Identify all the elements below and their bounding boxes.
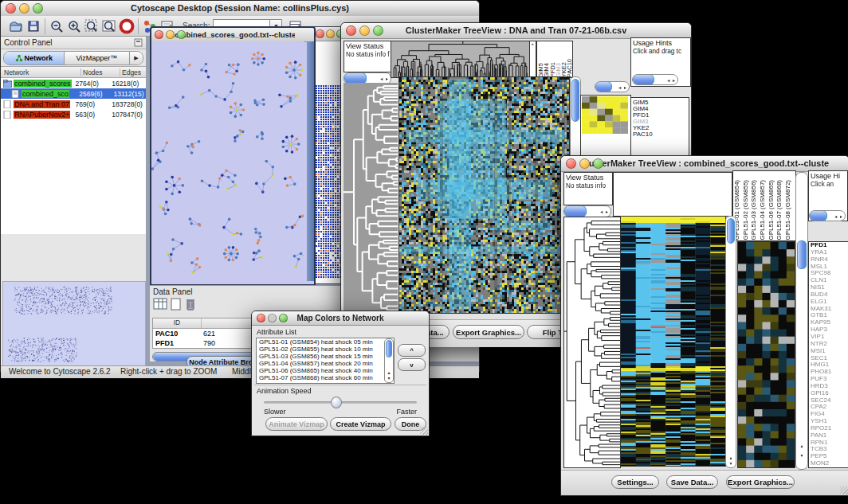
network-canvas[interactable] — [151, 41, 304, 281]
scroll-thumb[interactable] — [595, 81, 612, 92]
network-table-header[interactable]: Network Nodes Edges — [1, 66, 146, 78]
float-panel-icon[interactable] — [134, 36, 143, 50]
main-titlebar[interactable]: Cytoscape Desktop (Session Name: collins… — [1, 1, 479, 17]
save-data-button[interactable]: Save Data... — [666, 475, 718, 489]
close-icon[interactable] — [346, 25, 356, 36]
delete-attribute-icon[interactable] — [185, 298, 196, 314]
attribute-item[interactable]: GPL51-04 (GSM857) heat shock 20 min — [257, 360, 394, 367]
minimize-icon[interactable] — [326, 29, 335, 38]
speed-slider-thumb[interactable] — [331, 397, 342, 408]
scroll-thumb[interactable] — [727, 218, 735, 244]
zoom-selected-region-icon[interactable] — [83, 18, 100, 35]
zoom-window-icon[interactable] — [279, 314, 288, 322]
minimize-icon[interactable] — [19, 3, 29, 14]
zoom-fit-icon[interactable] — [100, 18, 118, 35]
scroll-arrows-icon[interactable] — [618, 84, 629, 90]
column-dendrogram-canvas[interactable] — [391, 41, 530, 78]
status-hscrollbar[interactable] — [563, 205, 611, 217]
create-vizmap-button[interactable]: Create Vizmap — [330, 417, 391, 431]
scroll-arrows-icon[interactable] — [380, 76, 391, 81]
close-icon[interactable] — [155, 30, 163, 39]
treeview1-titlebar[interactable]: ClusterMaker TreeView : DNA and Tran 07-… — [341, 23, 691, 39]
export-graphics-button[interactable]: Export Graphics... — [726, 475, 795, 489]
close-icon[interactable] — [6, 3, 16, 14]
splitter[interactable]: ▸ — [529, 41, 536, 78]
resize-grip[interactable] — [420, 427, 428, 435]
tab-network[interactable]: Network — [4, 52, 65, 64]
zoom-window-icon[interactable] — [177, 30, 186, 39]
col-edges[interactable]: Edges — [120, 68, 141, 76]
dense-network-canvas[interactable] — [316, 84, 340, 279]
scroll-arrows-icon[interactable] — [834, 213, 845, 219]
heatmap-canvas[interactable] — [620, 216, 726, 467]
tab-overflow-icon[interactable]: ▶ — [129, 52, 143, 64]
treeview2-titlebar[interactable]: ClusterMaker TreeView : combined_scores_… — [561, 156, 848, 172]
zoom-window-icon[interactable] — [33, 3, 43, 14]
scroll-down-icon[interactable] — [796, 453, 807, 459]
zoom-heatmap-canvas[interactable] — [737, 241, 795, 468]
col-nodes[interactable]: Nodes — [81, 68, 120, 76]
network-row[interactable]: DNA and Tran 07 769(0) 183728(0) — [1, 99, 146, 109]
scroll-up-icon[interactable] — [796, 443, 807, 449]
resize-grip[interactable] — [840, 486, 848, 494]
scroll-thumb[interactable] — [386, 340, 392, 357]
tab-vizmapper[interactable]: VizMapper™ — [65, 52, 129, 64]
zoom-in-icon[interactable] — [65, 18, 83, 35]
attribute-listbox[interactable]: GPL51-01 (GSM854) heat shock 05 minGPL51… — [256, 338, 395, 384]
move-up-button[interactable]: ^ — [398, 344, 426, 357]
network-vscrollbar[interactable] — [307, 41, 314, 281]
scroll-thumb[interactable] — [571, 79, 579, 122]
scroll-up-icon[interactable] — [726, 455, 736, 461]
close-icon[interactable] — [316, 29, 324, 38]
scroll-arrows-icon[interactable] — [667, 77, 677, 83]
gene-label[interactable]: MON2 — [809, 460, 848, 467]
heatmap-canvas[interactable] — [398, 76, 570, 314]
zoom-window-icon[interactable] — [373, 25, 383, 36]
select-attributes-icon[interactable] — [153, 298, 167, 314]
col-network[interactable]: Network — [1, 68, 81, 76]
list-vscrollbar[interactable] — [384, 338, 394, 383]
scroll-down-icon[interactable] — [385, 376, 393, 381]
gene-label[interactable]: PAC10 — [631, 131, 689, 138]
scroll-up-icon[interactable] — [385, 370, 393, 376]
minimize-icon[interactable] — [166, 30, 175, 39]
save-icon[interactable] — [25, 18, 42, 35]
help-ring-icon[interactable] — [118, 18, 135, 35]
attribute-item[interactable]: GPL51-01 (GSM854) heat shock 05 min — [257, 338, 394, 346]
network-overview-canvas[interactable] — [2, 281, 146, 367]
settings-button[interactable]: Settings... — [611, 475, 659, 489]
zoomview-hscrollbar[interactable] — [595, 81, 630, 92]
labels-vscrollbar[interactable] — [795, 172, 808, 470]
new-attribute-icon[interactable] — [171, 298, 182, 314]
minimize-icon[interactable] — [579, 158, 590, 169]
close-icon[interactable] — [566, 158, 576, 169]
usage-hscrollbar[interactable] — [632, 74, 678, 85]
scroll-arrows-icon[interactable] — [600, 209, 610, 214]
network-row-selected[interactable]: combined_sco 2569(6) 13112(15) — [1, 88, 146, 99]
scroll-thumb[interactable] — [797, 240, 807, 269]
scroll-down-icon[interactable] — [726, 461, 736, 467]
usage-hscrollbar[interactable] — [809, 210, 846, 221]
zoom-window-icon[interactable] — [593, 158, 603, 169]
open-folder-icon[interactable] — [7, 18, 25, 35]
attribute-item[interactable]: GPL51-03 (GSM856) heat shock 15 min — [257, 353, 394, 360]
zoom-out-icon[interactable] — [48, 18, 65, 35]
column-dendrogram-area[interactable] — [613, 172, 732, 217]
col-id[interactable]: ID — [153, 318, 202, 328]
attribute-item[interactable]: GPL51-07 (GSM868) heat shock 60 min — [257, 374, 394, 381]
scroll-thumb[interactable] — [564, 205, 587, 217]
heatmap-vscrollbar[interactable] — [725, 216, 736, 468]
move-down-button[interactable]: v — [398, 358, 426, 371]
scroll-thumb[interactable] — [810, 210, 827, 221]
attribute-item[interactable]: GPL51-06 (GSM865) heat shock 40 min — [257, 367, 394, 374]
export-graphics-button[interactable]: Export Graphics... — [453, 325, 524, 339]
attribute-item[interactable]: GPL51-02 (GSM855) heat shock 10 min — [257, 346, 394, 353]
network-row[interactable]: combined_scores 2764(0) 16218(0) — [1, 78, 146, 88]
network-frame-back[interactable] — [312, 26, 343, 284]
dialog-titlebar[interactable]: Map Colors to Network — [252, 311, 429, 326]
row-dendrogram-canvas[interactable] — [344, 83, 398, 314]
minimize-icon[interactable] — [359, 25, 370, 36]
scroll-thumb[interactable] — [633, 74, 654, 85]
close-icon[interactable] — [257, 314, 265, 322]
network-row[interactable]: RNAPuberNov2+ 563(0) 107847(0) — [1, 109, 146, 119]
